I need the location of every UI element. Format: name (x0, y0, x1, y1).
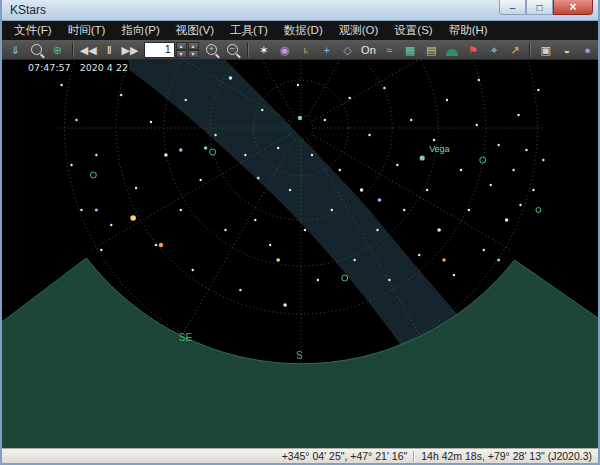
menu-data[interactable]: 数据(D) (276, 21, 331, 40)
star (396, 164, 398, 166)
time-unit-decrease-button[interactable]: ▾ (188, 50, 199, 58)
toggle-supernovae-button[interactable]: ↗ (505, 41, 524, 59)
menu-pointing[interactable]: 指向(P) (113, 21, 167, 40)
download-data-icon: ⇓ (11, 41, 20, 59)
star (532, 189, 534, 191)
toggle-solar-system-icon: ♄ (302, 41, 310, 59)
time-step-decrease-button[interactable]: ▾ (176, 50, 187, 58)
star (410, 119, 412, 121)
toggle-satellites-icon: ⌖ (491, 41, 497, 59)
star (120, 94, 122, 96)
menu-view[interactable]: 视图(V) (168, 21, 222, 40)
star (517, 114, 519, 116)
star (155, 244, 157, 246)
menu-observation[interactable]: 观测(O) (331, 21, 387, 40)
star (192, 269, 194, 271)
maximize-icon: □ (536, 2, 542, 13)
star (75, 119, 77, 121)
star (135, 187, 137, 189)
star (433, 139, 435, 141)
zoom-in-button[interactable]: + (203, 41, 222, 59)
toggle-satellites-button[interactable]: ⌖ (485, 41, 504, 59)
star (179, 148, 183, 152)
star (420, 155, 425, 160)
toggle-deep-sky-icon: ◉ (280, 41, 290, 59)
toggle-flags-button[interactable]: ⚑ (464, 41, 483, 59)
observation-list-button[interactable]: ▣ (536, 41, 555, 59)
close-button[interactable]: × (553, 0, 593, 15)
toggle-horizontal-grid-icon: ▤ (426, 41, 436, 59)
time-step-control: 1▴▾▴▾ (144, 42, 199, 58)
time-unit-increase-button[interactable]: ▴ (188, 42, 199, 50)
toggle-flags-icon: ⚑ (468, 41, 478, 59)
star (542, 159, 544, 161)
zoom-out-button[interactable]: − (223, 41, 242, 59)
star (426, 189, 428, 191)
toggle-equatorial-grid-button[interactable]: ▦ (401, 41, 420, 59)
star (239, 289, 241, 291)
toggle-solar-system-button[interactable]: ♄ (296, 41, 315, 59)
star (204, 146, 208, 150)
time-step-value[interactable]: 1 (144, 42, 175, 58)
star (512, 169, 514, 171)
pause-clock-icon: ‖ (107, 41, 112, 59)
titlebar[interactable]: KStars – □ × (2, 0, 598, 21)
menu-bar: 文件(F)时间(T)指向(P)视图(V)工具(T)数据(D)观测(O)设置(S)… (2, 21, 598, 40)
rewind-time-button[interactable]: ◀◀ (79, 41, 98, 59)
star (276, 258, 280, 262)
menu-time[interactable]: 时间(T) (60, 21, 114, 40)
advance-time-icon: ▶▶ (122, 41, 139, 59)
menu-tools[interactable]: 工具(T) (222, 21, 276, 40)
star (348, 97, 350, 99)
star (185, 99, 187, 101)
menu-file[interactable]: 文件(F) (6, 21, 60, 40)
rewind-time-icon: ◀◀ (80, 41, 97, 59)
toggle-constellation-boundaries-button[interactable]: ◇ (338, 41, 357, 59)
sky-map[interactable]: VegaSES (2, 60, 598, 448)
star (497, 144, 499, 146)
star (525, 149, 527, 151)
menu-help[interactable]: 帮助(H) (441, 21, 496, 40)
star (446, 99, 448, 101)
star (368, 134, 370, 136)
toggle-ground-button[interactable] (443, 41, 462, 59)
advance-time-button[interactable]: ▶▶ (121, 41, 140, 59)
ekos-button[interactable]: ● (578, 41, 597, 59)
toolbar-separator (529, 43, 531, 57)
download-data-button[interactable]: ⇓ (6, 41, 25, 59)
toggle-stars-button[interactable]: ✶ (254, 41, 273, 59)
star (403, 209, 405, 211)
local-date: 2020 4 22 (80, 62, 128, 73)
set-geolocation-icon: ⊕ (53, 41, 62, 59)
toggle-horizontal-grid-button[interactable]: ▤ (422, 41, 441, 59)
status-bar: +345° 04' 25", +47° 21' 16" 14h 42m 18s,… (2, 448, 598, 463)
toggle-deep-sky-button[interactable]: ◉ (275, 41, 294, 59)
star (110, 224, 112, 226)
maximize-button[interactable]: □ (526, 0, 553, 15)
star (339, 169, 341, 171)
set-geolocation-button[interactable]: ⊕ (48, 41, 67, 59)
star (130, 215, 136, 221)
star (269, 244, 271, 246)
minimize-button[interactable]: – (499, 0, 526, 15)
star (297, 84, 299, 86)
star (317, 279, 319, 281)
toggle-constellation-lines-button[interactable]: + (317, 41, 336, 59)
time-unit-spinner: ▴▾ (188, 42, 199, 58)
toggle-milky-way-button[interactable]: ≈ (380, 41, 399, 59)
pause-clock-button[interactable]: ‖ (100, 41, 119, 59)
star (311, 154, 313, 156)
star (442, 258, 446, 262)
star (95, 208, 98, 211)
find-object-button[interactable] (27, 41, 46, 59)
menu-settings[interactable]: 设置(S) (386, 21, 440, 40)
whats-interesting-button[interactable]: ◒ (557, 41, 576, 59)
toggle-constellation-names-icon: On (361, 41, 376, 59)
star (304, 229, 306, 231)
minimize-icon: – (510, 2, 516, 13)
window-controls: – □ × (499, 0, 593, 15)
time-step-increase-button[interactable]: ▴ (176, 42, 187, 50)
whats-interesting-icon: ◒ (563, 41, 570, 59)
star (478, 79, 480, 81)
toggle-constellation-names-button[interactable]: On (359, 41, 378, 59)
